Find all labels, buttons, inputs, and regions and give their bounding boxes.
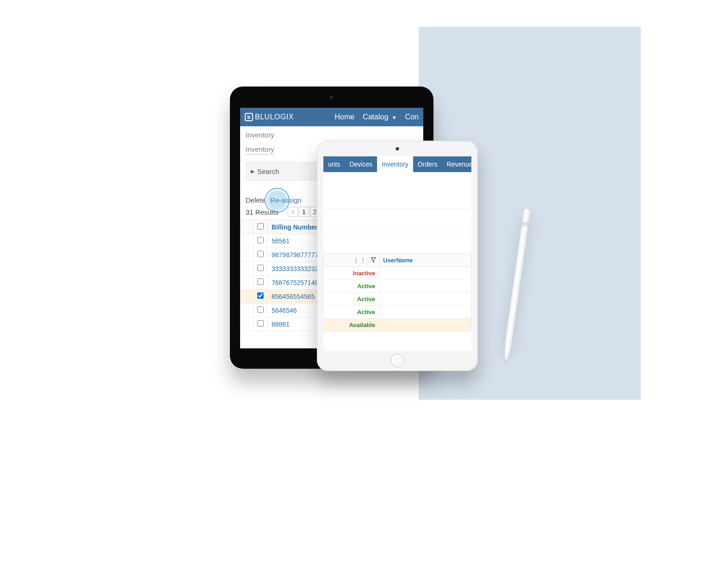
row-checkbox[interactable] <box>257 320 264 327</box>
tab-orders[interactable]: Orders <box>413 156 442 172</box>
username-cell <box>379 280 471 293</box>
brand-logo-icon: b <box>245 113 253 121</box>
tab-inventory[interactable]: Inventory <box>377 156 413 172</box>
row-checkbox[interactable] <box>257 279 264 285</box>
tab-unts[interactable]: unts <box>323 156 345 172</box>
row-lead <box>241 276 254 290</box>
username-header[interactable]: UserName <box>379 254 471 267</box>
tab-label: Inventory <box>382 161 408 168</box>
nav-catalog-label: Catalog <box>363 113 388 121</box>
row-checkbox[interactable] <box>257 265 264 271</box>
row-lead <box>241 262 254 276</box>
username-cell <box>379 293 471 306</box>
pager-prev[interactable]: < <box>288 207 298 217</box>
status-cell: Available <box>324 319 379 332</box>
row-checkbox[interactable] <box>257 237 264 243</box>
delete-button[interactable]: Delete <box>246 196 266 204</box>
row-checkbox[interactable] <box>257 251 264 257</box>
breadcrumb-1[interactable]: Inventory <box>246 131 418 139</box>
tabs-bar: untsDevicesInventoryOrdersRevenue▼ <box>323 156 471 172</box>
select-all-checkbox[interactable] <box>257 223 264 229</box>
row-checkbox-cell[interactable] <box>254 303 268 317</box>
username-cell <box>379 319 471 332</box>
content-band-2 <box>323 209 471 232</box>
tablet-white: untsDevicesInventoryOrdersRevenue▼ ⋮⋮ Us… <box>317 141 478 371</box>
home-button-icon[interactable] <box>390 353 404 367</box>
breadcrumb-2[interactable]: Inventory <box>246 145 274 155</box>
tab-label: Orders <box>418 161 438 168</box>
content-band-1 <box>323 172 471 209</box>
nav-partial[interactable]: Con <box>405 113 419 121</box>
status-cell: Active <box>324 306 379 319</box>
nav-catalog[interactable]: Catalog ▼ <box>363 113 397 121</box>
row-checkbox-cell[interactable] <box>254 290 268 303</box>
brand-text: BLULOGIX <box>255 113 294 121</box>
search-label: Search <box>257 167 279 175</box>
status-header-tools[interactable]: ⋮⋮ <box>324 254 379 267</box>
username-cell <box>379 267 471 280</box>
reassign-label: Re-assign <box>270 196 302 204</box>
status-table: ⋮⋮ UserName InactiveActiveActiveActiveAv… <box>323 254 471 332</box>
row-checkbox-cell[interactable] <box>254 262 268 276</box>
nav-home[interactable]: Home <box>334 113 354 121</box>
status-row[interactable]: Active <box>324 293 471 306</box>
tablet-white-camera <box>396 147 399 150</box>
status-row[interactable]: Inactive <box>324 267 471 280</box>
username-cell <box>379 306 471 319</box>
tablet-white-screen: untsDevicesInventoryOrdersRevenue▼ ⋮⋮ Us… <box>323 156 471 351</box>
row-lead <box>241 317 254 331</box>
results-count: 31 Results <box>246 208 278 216</box>
caret-down-icon: ▼ <box>392 115 397 120</box>
row-checkbox[interactable] <box>257 292 264 299</box>
pager-page-1[interactable]: 1 <box>299 207 309 217</box>
row-checkbox-cell[interactable] <box>254 276 268 290</box>
table-header-checkbox[interactable] <box>254 220 268 234</box>
tab-label: unts <box>328 161 340 168</box>
svg-marker-0 <box>371 258 376 262</box>
triangle-right-icon: ▶ <box>251 168 254 174</box>
row-lead <box>241 234 254 248</box>
tab-devices[interactable]: Devices <box>345 156 377 172</box>
content-band-3 <box>323 232 471 254</box>
row-lead <box>241 303 254 317</box>
row-checkbox[interactable] <box>257 306 264 313</box>
tab-revenue[interactable]: Revenue▼ <box>442 156 471 172</box>
status-cell: Active <box>324 280 379 293</box>
tab-label: Revenue <box>447 161 471 168</box>
filter-icon[interactable] <box>371 257 375 262</box>
row-checkbox-cell[interactable] <box>254 248 268 262</box>
brand[interactable]: b BLULOGIX <box>245 113 294 121</box>
status-row[interactable]: Active <box>324 280 471 293</box>
row-lead <box>241 290 254 303</box>
table-header-blank <box>241 220 254 234</box>
row-checkbox-cell[interactable] <box>254 234 268 248</box>
row-checkbox-cell[interactable] <box>254 317 268 331</box>
status-cell: Active <box>324 293 379 306</box>
reassign-button[interactable]: Re-assign <box>270 196 302 204</box>
tablet-camera <box>330 96 334 99</box>
drag-handle-icon[interactable]: ⋮⋮ <box>353 257 367 264</box>
status-cell: Inactive <box>324 267 379 280</box>
row-lead <box>241 248 254 262</box>
status-row[interactable]: Available <box>324 319 471 332</box>
tab-label: Devices <box>349 161 372 168</box>
navbar: b BLULOGIX Home Catalog ▼ Con <box>240 108 423 126</box>
status-row[interactable]: Active <box>324 306 471 319</box>
